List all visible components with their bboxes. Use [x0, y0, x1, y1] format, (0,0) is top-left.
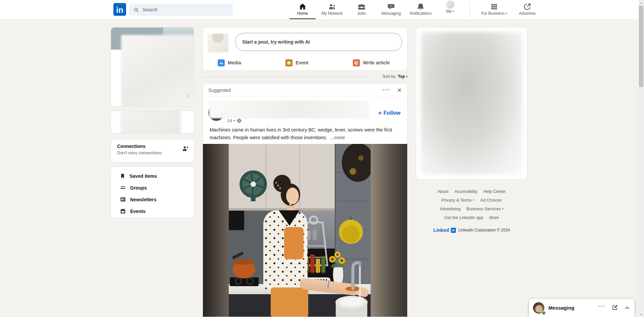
footer-link-privacy-terms[interactable]: Privacy & Terms▾: [441, 198, 474, 203]
bell-icon: [417, 2, 425, 11]
bullet: •: [233, 118, 235, 123]
nav-me-label: Me▾: [446, 9, 454, 14]
search-bar[interactable]: [129, 4, 233, 16]
grid-icon: [490, 2, 498, 11]
linkedin-logo[interactable]: in: [113, 3, 126, 16]
caret-down-icon: ▾: [406, 75, 408, 78]
video-stove: [230, 277, 259, 286]
hair-clip: [275, 182, 277, 183]
start-post-button[interactable]: Start a post, try writing with AI: [235, 33, 402, 51]
profile-info-blurred: [121, 35, 194, 107]
cabinet-seam: [299, 144, 300, 211]
post-menu-icon[interactable]: ⋯: [382, 85, 390, 94]
sort-by-button[interactable]: Sort by: Top ▾: [383, 74, 408, 79]
article-icon: [353, 59, 360, 66]
write-article-button[interactable]: Write article: [353, 59, 390, 66]
nav-notifications-label: Notifications: [410, 11, 431, 16]
messaging-dock[interactable]: Messaging ⋯: [529, 299, 635, 317]
nav-items: Home My Network: [288, 0, 542, 19]
newsletter-icon: [120, 196, 126, 203]
sidebar-item-newsletters[interactable]: Newsletters: [111, 194, 194, 205]
home-icon: [299, 2, 307, 11]
briefcase-icon: [358, 2, 366, 11]
post-video[interactable]: [203, 144, 408, 317]
nav-messaging-label: Messaging: [381, 11, 401, 16]
sidebar-item-events[interactable]: Events: [111, 205, 194, 217]
nav-jobs-label: Jobs: [357, 11, 366, 16]
nav-for-business[interactable]: For Business▾: [475, 0, 513, 19]
post-text: Machines came in human lives in 3rd cent…: [210, 126, 401, 142]
nav-home[interactable]: Home: [288, 0, 317, 19]
rail-footer: About Accessibility Help Center Privacy …: [416, 187, 527, 222]
nav-notifications[interactable]: Notifications: [406, 0, 435, 19]
post-author-blurred[interactable]: [209, 101, 369, 118]
chat-bubble-icon: [387, 2, 395, 11]
footer-link-ad-choices[interactable]: Ad Choices: [480, 198, 502, 203]
footer-link-about[interactable]: About: [437, 189, 448, 194]
footer-link-business-services[interactable]: Business Services▾: [467, 207, 503, 211]
secondary-card-blurred: [120, 111, 181, 134]
nav-me[interactable]: Me▾: [435, 0, 465, 19]
compose-icon[interactable]: [611, 304, 618, 311]
footer-link-advertising[interactable]: Advertising: [440, 207, 461, 211]
messaging-title: Messaging: [548, 305, 575, 311]
search-input[interactable]: [142, 7, 220, 13]
sidebar-item-groups[interactable]: Groups: [111, 182, 194, 194]
search-icon: [133, 7, 139, 13]
cabinet-seam: [266, 144, 266, 211]
start-post-placeholder: Start a post, try writing with AI: [242, 39, 310, 45]
see-more-link[interactable]: ...more: [330, 135, 345, 140]
post-badge: Suggested: [208, 88, 231, 93]
scrollbar-down-arrow[interactable]: ▼: [638, 312, 644, 317]
footer-link-accessibility[interactable]: Accessibility: [454, 189, 477, 194]
messaging-menu-icon[interactable]: ⋯: [598, 302, 605, 310]
media-button[interactable]: Media: [218, 59, 241, 66]
composer-avatar-blurred[interactable]: [208, 34, 228, 52]
composer-card: Start a post, try writing with AI Media …: [203, 27, 408, 71]
ad-card[interactable]: [416, 27, 527, 179]
earring: [289, 204, 291, 205]
video-person-face: [286, 188, 299, 204]
nav-my-network[interactable]: My Network: [317, 0, 347, 19]
linkedin-logo-small: in: [451, 228, 456, 233]
footer-link-more[interactable]: More: [489, 215, 499, 220]
media-icon: [218, 59, 225, 66]
advertise-icon: [523, 2, 531, 11]
person-add-icon[interactable]: [182, 145, 189, 152]
profile-card[interactable]: :: [111, 27, 194, 107]
suggested-post-card: Suggested ⋯ ✕ 1d • + Follow Machines cam…: [203, 84, 408, 317]
nav-advertise-label: Advertise: [519, 11, 536, 16]
linkedin-home-page: in Home: [0, 0, 644, 317]
follow-button[interactable]: + Follow: [378, 109, 400, 117]
shortcuts-card: Saved items Groups Newsletters: [111, 166, 194, 218]
chevron-up-icon[interactable]: [624, 305, 630, 311]
sidebar-item-saved-items[interactable]: Saved items: [111, 170, 194, 182]
connections-card[interactable]: Connections Don't miss connections: [111, 139, 194, 162]
active-tab-indicator: [289, 18, 316, 19]
connections-title: Connections: [117, 144, 188, 149]
footer-link-help-center[interactable]: Help Center: [483, 189, 506, 194]
copyright-text: LinkedIn Corporation © 2024: [459, 228, 510, 232]
footer-logo-row: Linked in LinkedIn Corporation © 2024: [416, 227, 527, 233]
composer-actions: Media Event: [218, 57, 390, 68]
me-avatar-blurred: [446, 0, 454, 9]
presence-indicator: [541, 311, 546, 315]
video-person-apron: [284, 227, 304, 259]
network-icon: [328, 2, 336, 11]
post-close-icon[interactable]: ✕: [397, 87, 402, 94]
caret-down-icon: ▾: [506, 12, 507, 15]
groups-icon: [120, 184, 126, 191]
scrollbar[interactable]: ▲ ▼: [638, 0, 644, 317]
scrollbar-up-arrow[interactable]: ▲: [638, 0, 644, 5]
nav-messaging[interactable]: Messaging: [376, 0, 406, 19]
globe-icon: [237, 118, 241, 123]
profile-secondary-card[interactable]: [111, 111, 194, 134]
blurred-stat-colon: :: [187, 93, 188, 98]
event-button[interactable]: Event: [285, 59, 308, 66]
calendar-icon: [120, 208, 126, 214]
footer-link-get-app[interactable]: Get the LinkedIn app: [444, 215, 483, 220]
nav-home-label: Home: [297, 11, 308, 16]
nav-jobs[interactable]: Jobs: [347, 0, 376, 19]
scrollbar-thumb[interactable]: [639, 6, 643, 87]
nav-advertise[interactable]: Advertise: [513, 0, 542, 19]
